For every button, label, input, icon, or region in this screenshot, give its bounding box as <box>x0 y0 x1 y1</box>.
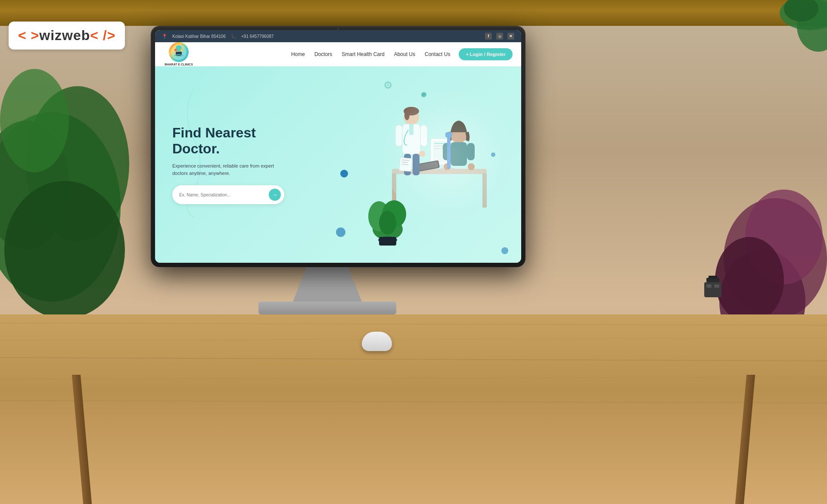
hero-section: ⚙ Find Nearest Doctor. Experience conven… <box>155 66 521 263</box>
facebook-icon[interactable]: f <box>485 33 492 40</box>
logo-icon <box>169 42 189 62</box>
svg-line-57 <box>0 338 827 340</box>
hero-search-bar[interactable]: → <box>172 185 284 204</box>
svg-rect-63 <box>709 276 717 278</box>
topbar-right: f ◎ ✕ <box>485 33 514 40</box>
topbar-left: 📍 Kolasi Katihar Bihar 854106 📞 +91 6457… <box>162 34 274 39</box>
hero-left-content: Find Nearest Doctor. Experience convenie… <box>172 125 366 205</box>
twitter-x-icon[interactable]: ✕ <box>507 33 514 40</box>
phone-icon: 📞 <box>231 34 236 39</box>
hero-search-input[interactable] <box>179 193 269 197</box>
wizweb-logo-text: < >wizweb< /> <box>18 29 115 43</box>
site-topbar: 📍 Kolasi Katihar Bihar 854106 📞 +91 6457… <box>155 30 521 42</box>
nav-smart-health-card[interactable]: Smart Health Card <box>342 51 384 57</box>
brand-name: BHARAT E CLINICS <box>165 63 193 66</box>
hero-title-line2: Doctor. <box>172 141 220 156</box>
nav-links: Home Doctors Smart Health Card About Us … <box>291 51 450 57</box>
hero-subtitle: Experience convenient, reliable care fro… <box>172 162 284 177</box>
svg-point-15 <box>180 49 183 51</box>
svg-line-56 <box>0 323 827 325</box>
svg-point-10 <box>715 237 784 323</box>
svg-line-59 <box>0 377 827 379</box>
wizweb-logo[interactable]: < >wizweb< /> <box>9 22 125 50</box>
svg-rect-51 <box>379 237 396 246</box>
camera-dot <box>337 28 339 30</box>
monitor-frame: 📍 Kolasi Katihar Bihar 854106 📞 +91 6457… <box>151 26 525 267</box>
desk-usb-device <box>702 276 724 297</box>
hero-title: Find Nearest Doctor. <box>172 125 366 157</box>
nav-contact-us[interactable]: Contact Us <box>425 51 450 57</box>
svg-point-3 <box>4 181 125 319</box>
login-register-button[interactable]: + Login / Register <box>459 48 513 60</box>
nav-doctors[interactable]: Doctors <box>314 51 332 57</box>
nav-home[interactable]: Home <box>291 51 305 57</box>
svg-point-49 <box>379 211 396 235</box>
plant-left <box>0 34 164 358</box>
hero-search-button[interactable]: → <box>269 189 281 201</box>
instagram-icon[interactable]: ◎ <box>496 33 503 40</box>
svg-line-60 <box>0 401 827 403</box>
monitor-stand-base <box>258 302 396 314</box>
top-right-leaves <box>741 0 827 65</box>
svg-rect-65 <box>714 284 719 288</box>
svg-line-58 <box>0 358 827 361</box>
svg-rect-62 <box>706 278 719 282</box>
location-icon: 📍 <box>162 34 167 39</box>
topbar-phone: +91 6457796087 <box>241 34 274 39</box>
brand-logo[interactable]: BHARAT E CLINICS <box>164 44 194 64</box>
hero-dot-blue-3 <box>336 227 345 237</box>
svg-rect-61 <box>704 282 721 297</box>
monitor-screen: 📍 Kolasi Katihar Bihar 854106 📞 +91 6457… <box>155 30 521 263</box>
arrow-right-icon: → <box>272 191 278 198</box>
svg-point-14 <box>174 49 177 51</box>
hero-circle-background <box>383 91 513 221</box>
svg-point-4 <box>0 69 69 172</box>
svg-rect-64 <box>706 284 712 288</box>
hero-title-line1: Find Nearest <box>172 125 256 140</box>
wood-top-bar <box>0 0 827 26</box>
desk-surface <box>0 314 827 504</box>
nav-about-us[interactable]: About Us <box>394 51 415 57</box>
topbar-location: Kolasi Katihar Bihar 854106 <box>172 34 226 39</box>
hero-illustration-area <box>366 83 504 246</box>
hero-dot-blue-4 <box>501 247 508 254</box>
website-content: 📍 Kolasi Katihar Bihar 854106 📞 +91 6457… <box>155 30 521 263</box>
site-navbar: BHARAT E CLINICS Home Doctors Smart Heal… <box>155 42 521 66</box>
computer-mouse <box>362 332 392 351</box>
